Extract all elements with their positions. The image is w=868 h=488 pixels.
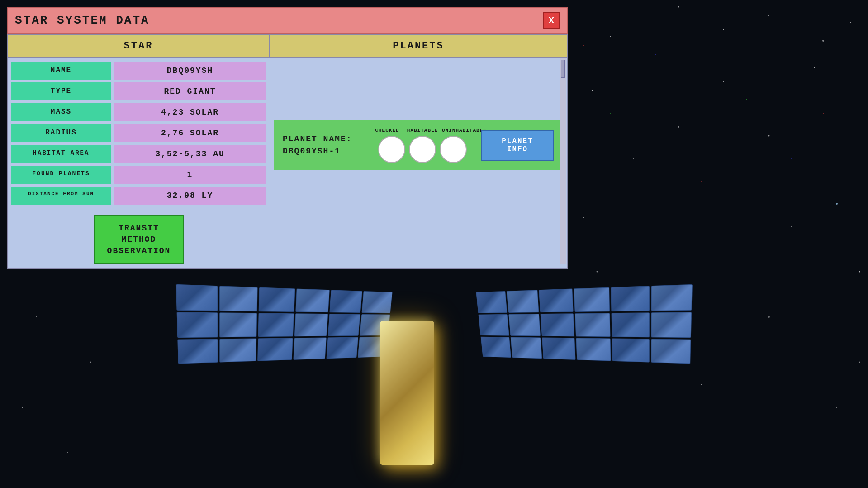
solar-cell (575, 338, 611, 361)
svg-point-14 (768, 15, 769, 16)
solar-cell (573, 287, 610, 312)
label-radius: RADIUS (11, 124, 111, 142)
svg-point-11 (610, 36, 611, 37)
planet-info-button[interactable]: PLANET INFO (481, 130, 554, 161)
solar-cell (510, 337, 542, 359)
svg-point-20 (723, 81, 724, 82)
planet-row: PLANET NAME: DBQ09YSH-1 CHECKED HABITABL… (274, 120, 563, 170)
star-data-rows: NAME DBQ09YSH TYPE RED GIANT MASS 4,23 S… (8, 58, 270, 208)
habitable-circle (409, 136, 436, 163)
solar-cell (650, 312, 692, 338)
window-title: STAR SYSTEM DATA (15, 14, 150, 27)
solar-cell (650, 284, 692, 311)
svg-point-29 (583, 45, 584, 46)
svg-point-19 (678, 126, 679, 128)
title-bar: STAR SYSTEM DATA X (7, 7, 568, 34)
value-radius: 2,76 SOLAR (114, 124, 266, 142)
row-mass: MASS 4,23 SOLAR (11, 103, 266, 121)
planets-scrollbar-track[interactable] (560, 58, 566, 264)
transit-method-button[interactable]: TRANSIT METHODOBSERVATION (94, 215, 184, 264)
svg-point-30 (610, 113, 611, 114)
value-found-planets: 1 (114, 166, 266, 184)
status-columns: CHECKED HABITABLE UNINHABITABLE (371, 128, 474, 163)
row-habitat: HABITAT AREA 3,52-5,33 AU (11, 145, 266, 163)
solar-cell (293, 337, 326, 360)
label-mass: MASS (11, 103, 111, 121)
value-mass: 4,23 SOLAR (114, 103, 266, 121)
solar-cell (175, 284, 217, 311)
solar-cell (176, 312, 218, 338)
status-circles-row (378, 136, 467, 163)
solar-cell (574, 313, 610, 337)
solar-cell (258, 287, 295, 312)
solar-cell (508, 314, 540, 336)
satellite-area (0, 271, 868, 488)
main-window: STAR SYSTEM DATA X STAR NAME DBQ09YSH TY… (7, 7, 568, 269)
solar-cell (219, 313, 257, 337)
planet-name-block: PLANET NAME: DBQ09YSH-1 (283, 133, 364, 158)
svg-point-15 (822, 40, 824, 42)
row-type: TYPE RED GIANT (11, 82, 266, 100)
solar-cell (258, 313, 294, 337)
label-habitat: HABITAT AREA (11, 145, 111, 163)
value-habitat: 3,52-5,33 AU (114, 145, 266, 163)
planets-scrollbar-thumb[interactable] (561, 60, 565, 78)
row-found-planets: FOUND PLANETS 1 (11, 166, 266, 184)
svg-point-13 (723, 29, 724, 30)
svg-point-18 (633, 158, 634, 159)
solar-cell (611, 286, 649, 311)
label-type: TYPE (11, 82, 111, 100)
status-header-row: CHECKED HABITABLE UNINHABITABLE (371, 128, 474, 133)
window-body: STAR NAME DBQ09YSH TYPE RED GIANT MASS 4… (7, 34, 568, 269)
solar-cell (295, 288, 329, 312)
svg-point-24 (583, 217, 584, 218)
solar-cell (361, 291, 393, 313)
row-name: NAME DBQ09YSH (11, 62, 266, 80)
planet-name-line1: PLANET NAME: (283, 133, 364, 145)
solar-cell (476, 291, 507, 313)
solar-cell (506, 290, 539, 313)
svg-point-31 (655, 54, 656, 55)
checked-header: CHECKED (371, 128, 403, 133)
svg-point-26 (655, 249, 656, 249)
solar-cell (650, 339, 691, 364)
solar-cell (294, 314, 328, 337)
solar-cell (539, 288, 573, 312)
planets-panel: PLANETS PLANET NAME: DBQ09YSH-1 CHECKED (270, 35, 567, 268)
star-panel: STAR NAME DBQ09YSH TYPE RED GIANT MASS 4… (8, 35, 270, 268)
solar-cell (219, 338, 256, 363)
solar-panel-left (175, 284, 392, 364)
value-distance: 32,98 LY (114, 187, 266, 205)
solar-cell (480, 336, 511, 358)
close-button[interactable]: X (543, 12, 560, 29)
solar-cell (542, 337, 575, 360)
solar-cell (327, 314, 360, 336)
svg-point-23 (836, 203, 838, 205)
solar-cell (326, 337, 358, 359)
solar-cell (219, 286, 257, 311)
habitable-header: HABITABLE (407, 128, 438, 133)
solar-panel-right (476, 284, 693, 364)
svg-point-33 (746, 99, 747, 100)
value-name: DBQ09YSH (114, 62, 266, 80)
svg-point-12 (678, 6, 679, 8)
checked-circle (378, 136, 405, 163)
svg-point-32 (701, 181, 702, 182)
planets-panel-header: PLANETS (270, 35, 567, 58)
solar-cell (612, 338, 649, 363)
solar-cell (611, 313, 649, 337)
label-name: NAME (11, 62, 111, 80)
svg-point-27 (791, 226, 792, 227)
svg-point-35 (823, 113, 824, 114)
value-type: RED GIANT (114, 82, 266, 100)
svg-point-17 (592, 90, 593, 91)
solar-cell (257, 338, 293, 361)
uninhabitable-header: UNINHABITABLE (442, 128, 474, 133)
solar-cell (177, 339, 218, 364)
solar-cell (478, 314, 509, 335)
solar-cell (540, 314, 574, 337)
planets-content: PLANET NAME: DBQ09YSH-1 CHECKED HABITABL… (270, 58, 567, 264)
row-radius: RADIUS 2,76 SOLAR (11, 124, 266, 142)
satellite-body (380, 321, 434, 465)
row-distance: DISTANCE FROM SUN 32,98 LY (11, 187, 266, 205)
